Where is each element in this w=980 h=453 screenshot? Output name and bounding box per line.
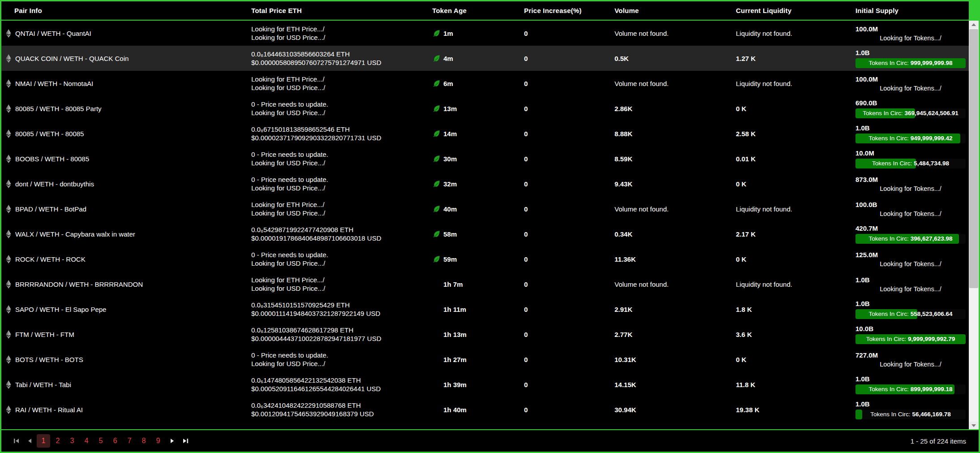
price-eth: 0.0₆3424104824222910588768 ETH xyxy=(251,401,423,410)
table-body: QNTAI / WETH - QuantAI Looking for ETH P… xyxy=(1,21,969,429)
eth-diamond-icon xyxy=(6,155,11,163)
table-header-row: Pair Info Total Price ETH Token Age Pric… xyxy=(1,1,969,20)
last-page-button[interactable] xyxy=(179,434,192,448)
initial-supply: 1.0B xyxy=(855,300,969,307)
page-button[interactable]: 7 xyxy=(123,434,136,448)
tokens-in-circ-bar: Tokens In Circ:369,945,624,506.91 xyxy=(855,108,966,118)
price-increase: 0 xyxy=(515,155,605,163)
table-row[interactable]: BOOBS / WETH - 80085 0 - Price needs to … xyxy=(1,146,969,171)
pair-name: 80085 / WETH - 80085 Party xyxy=(15,105,102,112)
pair-name: QUACK COIN / WETH - QUACK Coin xyxy=(15,55,129,62)
token-age: 4m xyxy=(443,55,453,62)
column-header-token-age[interactable]: Token Age xyxy=(423,7,515,14)
price-eth: 0.0₈6715018138598652546 ETH xyxy=(251,125,423,134)
page-button[interactable]: 4 xyxy=(80,434,93,448)
eth-diamond-icon xyxy=(6,255,11,263)
table-row[interactable]: QUACK COIN / WETH - QUACK Coin 0.0₈16446… xyxy=(1,46,969,71)
price-eth: 0 - Price needs to update. xyxy=(251,100,423,108)
table-row[interactable]: Tabi / WETH - Tabi 0.0₆14748058564221325… xyxy=(1,372,969,397)
page-button-current[interactable]: 1 xyxy=(37,434,50,448)
page-button[interactable]: 8 xyxy=(137,434,150,448)
previous-page-button[interactable] xyxy=(23,434,36,448)
eth-diamond-icon xyxy=(6,355,11,364)
table-row[interactable]: FTM / WETH - FTM 0.0₈1258103867462861729… xyxy=(1,322,969,347)
table-row[interactable]: 0.0₈45502413047073400463 ETH 10.0B xyxy=(1,422,969,429)
leaf-icon xyxy=(432,180,440,188)
token-age: 40m xyxy=(443,205,457,213)
tokens-in-circ-label: Tokens In Circ: xyxy=(868,235,908,242)
page-button[interactable]: 5 xyxy=(94,434,107,448)
column-header-volume[interactable]: Volume xyxy=(605,7,726,14)
pair-name: BOOBS / WETH - 80085 xyxy=(15,155,89,163)
liquidity: 11.8 K xyxy=(726,381,846,388)
liquidity: Liquidity not found. xyxy=(726,205,846,213)
liquidity: Liquidity not found. xyxy=(726,30,846,37)
volume: 0.34K xyxy=(605,230,726,238)
liquidity: 0 K xyxy=(726,105,846,112)
column-header-price-increase[interactable]: Price Increase(%) xyxy=(515,7,605,14)
volume: 14.15K xyxy=(605,381,726,388)
tokens-in-circ-label: Tokens In Circ: xyxy=(872,160,912,167)
price-usd: Looking for USD Price.../ xyxy=(251,359,423,368)
table-row[interactable]: BPAD / WETH - BotPad Looking for ETH Pri… xyxy=(1,196,969,221)
eth-diamond-icon xyxy=(6,129,11,138)
table-row[interactable]: NMAI / WETH - NomotaAI Looking for ETH P… xyxy=(1,71,969,96)
scroll-up-button[interactable] xyxy=(969,21,979,28)
column-header-current-liquidity[interactable]: Current Liquidity xyxy=(726,7,846,14)
tokens-in-circ-bar: Tokens In Circ:999,999,999.98 xyxy=(855,58,966,68)
table-row[interactable]: BRRRRANDON / WETH - BRRRRANDON Looking f… xyxy=(1,272,969,297)
price-increase: 0 xyxy=(515,205,605,213)
column-header-total-price-eth[interactable]: Total Price ETH xyxy=(243,7,423,14)
price-usd: Looking for USD Price.../ xyxy=(251,159,423,167)
supply-status-text: Looking for Tokens.../ xyxy=(855,85,966,92)
pair-name: BPAD / WETH - BotPad xyxy=(15,205,86,213)
initial-supply: 100.0M xyxy=(855,25,969,33)
initial-supply: 1.0B xyxy=(855,49,969,56)
next-page-button[interactable] xyxy=(165,434,179,448)
column-header-pair-info[interactable]: Pair Info xyxy=(1,7,243,14)
table-row[interactable]: WALX / WETH - Capybara walx in water 0.0… xyxy=(1,221,969,246)
last-page-icon xyxy=(182,438,189,444)
table-row[interactable]: ROCK / WETH - ROCK 0 - Price needs to up… xyxy=(1,246,969,272)
eth-diamond-icon xyxy=(6,29,11,38)
price-usd: $0.0000191786840648987106603018 USD xyxy=(251,234,423,242)
initial-supply: 125.0M xyxy=(855,251,969,259)
page-number-list: 123456789 xyxy=(36,434,165,448)
liquidity: 19.38 K xyxy=(726,406,846,414)
tokens-in-circ-value: 369,945,624,506.91 xyxy=(905,110,959,116)
table-row[interactable]: QNTAI / WETH - QuantAI Looking for ETH P… xyxy=(1,21,969,46)
tokens-in-circ-value: 56,466,169.78 xyxy=(912,411,950,418)
table-row[interactable]: 80085 / WETH - 80085 0.0₈671501813859865… xyxy=(1,121,969,146)
liquidity: 0 K xyxy=(726,356,846,363)
liquidity: 1.8 K xyxy=(726,306,846,313)
token-age: 6m xyxy=(443,80,453,87)
table-row[interactable]: SAPO / WETH - El Sapo Pepe 0.0₈315451015… xyxy=(1,297,969,322)
table-row[interactable]: RAI / WETH - Ritual AI 0.0₆3424104824222… xyxy=(1,397,969,422)
tokens-in-circ-text: Tokens In Circ:9,999,999,992.79 xyxy=(855,334,966,344)
table-row[interactable]: 80085 / WETH - 80085 Party 0 - Price nee… xyxy=(1,96,969,121)
scrollbar-thumb[interactable] xyxy=(969,29,978,288)
eth-diamond-icon xyxy=(6,330,11,339)
page-button[interactable]: 6 xyxy=(108,434,122,448)
vertical-scrollbar[interactable] xyxy=(969,1,979,429)
table-row[interactable]: dont / WETH - dontbuythis 0 - Price need… xyxy=(1,171,969,196)
table-row[interactable]: BOTS / WETH - BOTS 0 - Price needs to up… xyxy=(1,347,969,372)
tokens-in-circ-label: Tokens In Circ: xyxy=(868,311,908,317)
scroll-down-button[interactable] xyxy=(969,422,979,429)
column-header-initial-supply[interactable]: Initial Supply xyxy=(846,7,969,14)
page-button[interactable]: 2 xyxy=(51,434,64,448)
page-button[interactable]: 3 xyxy=(65,434,79,448)
tokens-in-circ-value: 396,627,623.98 xyxy=(911,235,953,242)
tokens-in-circ-bar: Tokens In Circ:5,484,734.98 xyxy=(855,159,966,168)
liquidity: 0 K xyxy=(726,180,846,188)
token-age: 14m xyxy=(443,130,457,138)
price-increase: 0 xyxy=(515,230,605,238)
page-button[interactable]: 9 xyxy=(151,434,165,448)
tokens-in-circ-label: Tokens In Circ: xyxy=(868,386,908,393)
token-age: 1h 13m xyxy=(443,331,467,338)
first-page-button[interactable] xyxy=(9,434,23,448)
liquidity: 0 K xyxy=(726,255,846,263)
supply-status-text: Looking for Tokens.../ xyxy=(855,185,966,192)
liquidity: 0.01 K xyxy=(726,155,846,163)
leaf-icon xyxy=(432,104,440,112)
